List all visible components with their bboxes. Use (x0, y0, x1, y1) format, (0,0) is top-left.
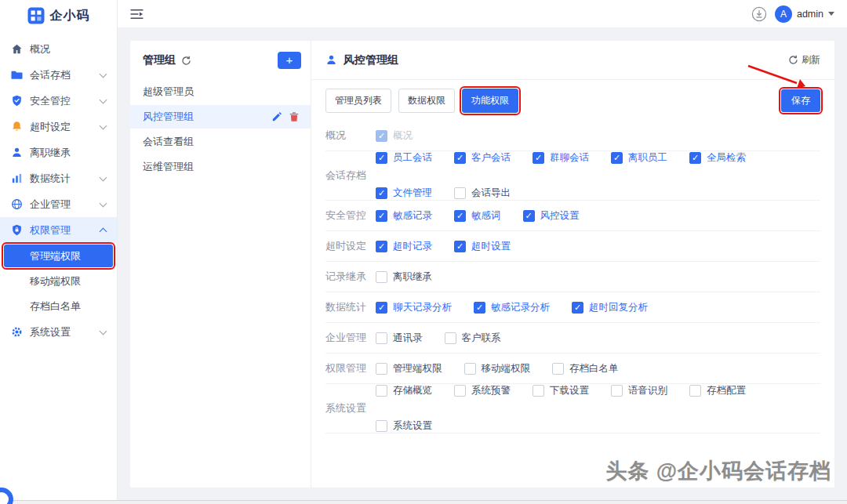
refresh-button[interactable]: 刷新 (788, 53, 820, 67)
permission-checkbox-item[interactable]: 通讯录 (376, 332, 423, 345)
sidebar-item-enterprise-mgmt[interactable]: 企业管理 (0, 191, 117, 217)
checkbox-checked-icon[interactable] (689, 152, 701, 164)
delete-icon[interactable] (289, 111, 300, 122)
checkbox-checked-icon[interactable] (572, 302, 583, 314)
permission-checkbox-item[interactable]: 超时记录 (376, 240, 432, 253)
permission-checkbox-item[interactable]: 系统设置 (376, 419, 432, 433)
tab-function-permission[interactable]: 功能权限 (462, 89, 518, 113)
permission-checkbox-item[interactable]: 超时回复分析 (572, 301, 648, 314)
checkbox-unchecked-icon[interactable] (464, 363, 476, 375)
cloud-download-icon[interactable] (751, 6, 767, 22)
checkbox-checked-icon[interactable] (523, 210, 535, 222)
permission-checkbox-item[interactable]: 会话导出 (454, 187, 511, 200)
checkbox-checked-icon[interactable] (376, 130, 387, 142)
group-item[interactable]: 会话查看组 (130, 130, 311, 154)
checkbox-unchecked-icon[interactable] (445, 332, 456, 344)
sidebar-subitem-mobile-permission[interactable]: 移动端权限 (0, 269, 117, 294)
checkbox-checked-icon[interactable] (533, 152, 544, 164)
checkbox-label: 下载设置 (550, 384, 589, 397)
checkbox-checked-icon[interactable] (376, 187, 387, 199)
permission-checkbox-item[interactable]: 聊天记录分析 (376, 301, 452, 314)
groups-list: 超级管理员风控管理组会话查看组运维管理组 (130, 77, 311, 182)
tabs-row: 管理员列表数据权限功能权限 保存 (311, 80, 834, 121)
permission-checkbox-item[interactable]: 概况 (376, 129, 413, 143)
checkbox-unchecked-icon[interactable] (454, 187, 466, 199)
add-group-button[interactable]: + (278, 52, 301, 69)
permission-checkbox-item[interactable]: 敏感词 (454, 209, 501, 223)
sidebar-item-label: 概况 (30, 42, 50, 56)
permission-checkbox-item[interactable]: 离职继承 (376, 270, 432, 284)
checkbox-label: 离职继承 (393, 270, 432, 284)
checkbox-unchecked-icon[interactable] (552, 363, 564, 375)
checkbox-checked-icon[interactable] (454, 210, 466, 222)
checkbox-unchecked-icon[interactable] (533, 385, 544, 397)
checkbox-unchecked-icon[interactable] (376, 385, 387, 397)
permission-checkbox-item[interactable]: 全局检索 (689, 151, 746, 165)
permission-checkbox-item[interactable]: 客户会话 (454, 151, 511, 165)
permission-checkbox-item[interactable]: 存档配置 (689, 384, 746, 397)
checkbox-label: 聊天记录分析 (393, 301, 452, 314)
checkbox-checked-icon[interactable] (454, 152, 466, 164)
checkbox-checked-icon[interactable] (376, 241, 387, 252)
permission-checkbox-item[interactable]: 管理端权限 (376, 362, 442, 375)
sidebar-item-overview[interactable]: 概况 (0, 36, 117, 62)
save-button[interactable]: 保存 (781, 89, 820, 112)
permission-checkbox-item[interactable]: 离职员工 (611, 151, 667, 165)
sidebar-subitem-label: 存档白名单 (30, 299, 81, 314)
permission-checkbox-item[interactable]: 客户联系 (445, 332, 501, 345)
sidebar-item-security-control[interactable]: 安全管控 (0, 88, 117, 114)
checkbox-unchecked-icon[interactable] (454, 385, 466, 397)
permission-checkbox-item[interactable]: 存储概览 (376, 384, 432, 397)
permission-checkbox-item[interactable]: 文件管理 (376, 187, 432, 200)
permission-checkbox-item[interactable]: 移动端权限 (464, 362, 531, 375)
tab-admin-list[interactable]: 管理员列表 (325, 89, 391, 113)
checkbox-unchecked-icon[interactable] (376, 420, 387, 432)
sidebar-item-resign-inherit[interactable]: 离职继承 (0, 140, 117, 165)
permission-checkbox-item[interactable]: 敏感记录分析 (474, 301, 550, 314)
refresh-groups-icon[interactable] (181, 56, 191, 66)
sidebar-item-label: 超时设定 (30, 120, 71, 134)
user-menu[interactable]: A admin (775, 5, 834, 23)
checkbox-checked-icon[interactable] (474, 302, 485, 314)
permission-checkbox-item[interactable]: 系统预警 (454, 384, 511, 397)
permission-checkbox-item[interactable]: 风控设置 (523, 209, 580, 223)
checkbox-unchecked-icon[interactable] (611, 385, 623, 397)
username: admin (797, 9, 823, 20)
sidebar-item-data-statistics[interactable]: 数据统计 (0, 165, 117, 191)
checkbox-checked-icon[interactable] (376, 152, 387, 164)
sidebar-item-system-settings[interactable]: 系统设置 (0, 319, 117, 345)
sidebar-item-session-archive[interactable]: 会话存档 (0, 62, 117, 88)
permission-checkbox-item[interactable]: 群聊会话 (533, 151, 589, 165)
checkbox-unchecked-icon[interactable] (376, 271, 387, 283)
sidebar-item-permission-mgmt[interactable]: 权限管理 (0, 217, 117, 243)
permission-checkbox-item[interactable]: 超时设置 (454, 240, 511, 253)
checkbox-checked-icon[interactable] (376, 302, 387, 314)
checkbox-checked-icon[interactable] (611, 152, 623, 164)
permission-row: 会话存档员工会话客户会话群聊会话离职员工全局检索文件管理会话导出 (325, 151, 820, 201)
collapse-menu-icon[interactable] (130, 9, 144, 20)
sidebar-item-timeout-setting[interactable]: 超时设定 (0, 114, 117, 140)
permission-checkbox-item[interactable]: 下载设置 (533, 384, 589, 397)
edit-icon[interactable] (271, 111, 282, 122)
group-item[interactable]: 运维管理组 (130, 155, 311, 179)
group-item[interactable]: 风控管理组 (130, 105, 311, 129)
permission-checkbox-item[interactable]: 员工会话 (376, 151, 432, 165)
group-item[interactable]: 超级管理员 (130, 80, 311, 103)
group-item-label: 超级管理员 (143, 85, 194, 99)
permission-checkbox-item[interactable]: 语音识别 (611, 384, 667, 397)
group-item-label: 运维管理组 (143, 160, 194, 174)
permission-checkbox-item[interactable]: 存档白名单 (552, 362, 619, 375)
checkbox-unchecked-icon[interactable] (376, 363, 387, 375)
tab-data-permission[interactable]: 数据权限 (398, 89, 455, 113)
checkbox-checked-icon[interactable] (454, 241, 466, 252)
permission-category-label: 超时设定 (325, 239, 376, 253)
checkbox-unchecked-icon[interactable] (689, 385, 701, 397)
sidebar-subitem-admin-permission[interactable]: 管理端权限 (4, 245, 113, 267)
sidebar-subitem-archive-whitelist[interactable]: 存档白名单 (0, 294, 117, 319)
chevron-down-icon (100, 70, 107, 78)
checkbox-unchecked-icon[interactable] (376, 332, 387, 344)
permission-checkbox-item[interactable]: 敏感记录 (376, 209, 432, 223)
checkbox-checked-icon[interactable] (376, 210, 387, 222)
permission-options: 敏感记录敏感词风控设置 (376, 209, 580, 223)
checkbox-label: 通讯录 (393, 332, 423, 345)
